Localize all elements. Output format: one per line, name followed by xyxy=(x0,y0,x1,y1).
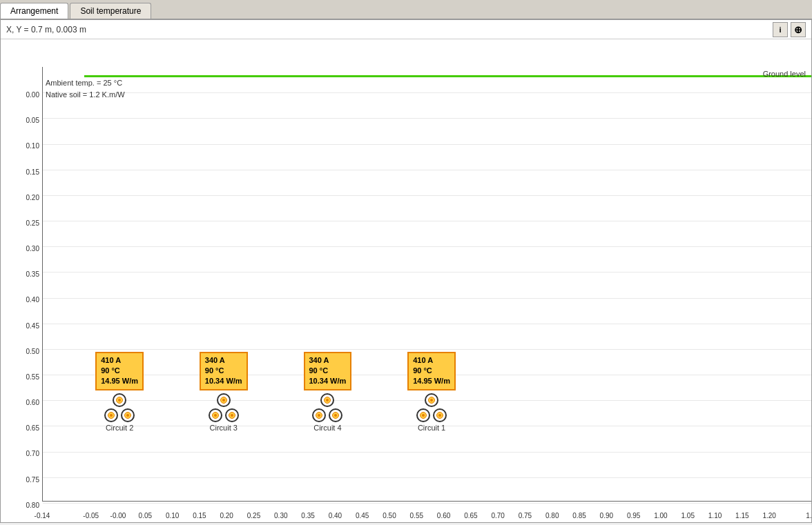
y-tick-label: 0.40 xyxy=(26,296,39,304)
y-tick-label: 0.25 xyxy=(26,219,39,226)
y-tick-label: 0.15 xyxy=(26,168,39,175)
native-soil-label: Native soil = 1.2 K.m/W xyxy=(46,89,125,101)
x-tick-label: -0.14 xyxy=(35,512,50,519)
ground-line xyxy=(84,75,811,77)
circuit-group: 410 A90 °C14.95 W/mCircuit 2 xyxy=(95,352,144,432)
y-axis: 0.000.050.100.150.200.250.300.350.400.45… xyxy=(1,67,42,502)
circuit-group: 340 A90 °C10.34 W/mCircuit 3 xyxy=(200,352,248,432)
y-tick-label: 0.00 xyxy=(26,91,39,99)
x-tick-label: 0.15 xyxy=(193,512,206,519)
x-tick-label: 0.55 xyxy=(410,512,423,519)
y-tick-label: 0.75 xyxy=(26,475,39,483)
y-tick-label: 0.55 xyxy=(26,373,39,380)
x-tick-label: 0.80 xyxy=(545,512,559,519)
y-tick-label: 0.80 xyxy=(26,501,39,508)
x-tick-label: -0.05 xyxy=(83,512,99,519)
ambient-temp-label: Ambient temp. = 25 °C xyxy=(46,77,125,89)
main-container: X, Y = 0.7 m, 0.003 m i ⊕ 0.000.050.100.… xyxy=(0,19,812,523)
y-tick-label: 0.20 xyxy=(26,193,39,201)
x-tick-label: 0.45 xyxy=(356,512,369,519)
x-tick-label: 1.00 xyxy=(654,512,667,519)
x-tick-label: 1.10 xyxy=(708,512,722,519)
circuits-container: 410 A90 °C14.95 W/mCircuit 2340 A90 °C10… xyxy=(42,67,811,502)
cable-symbol xyxy=(416,393,447,422)
x-tick-label: 0.85 xyxy=(572,512,586,519)
tab-arrangement[interactable]: Arrangement xyxy=(0,3,68,19)
cable-symbol xyxy=(209,393,239,422)
x-tick-label: 1.28 xyxy=(806,512,811,519)
y-tick-label: 0.70 xyxy=(26,450,39,457)
zoom-button[interactable]: ⊕ xyxy=(791,22,806,37)
y-tick-label: 0.65 xyxy=(26,424,39,432)
x-tick-label: 0.65 xyxy=(464,512,477,519)
x-tick-label: 1.15 xyxy=(735,512,748,519)
y-tick-label: 0.35 xyxy=(26,270,39,278)
x-tick-label: 0.35 xyxy=(301,512,314,519)
x-tick-label: -0.00 xyxy=(110,512,126,519)
y-tick-label: 0.60 xyxy=(26,399,39,406)
x-tick-label: 1.20 xyxy=(762,512,775,519)
x-tick-label: 0.25 xyxy=(247,512,260,519)
info-button[interactable]: i xyxy=(773,22,788,37)
cable-symbol xyxy=(312,393,342,422)
y-tick-label: 0.45 xyxy=(26,321,39,329)
x-tick-label: 1.05 xyxy=(682,512,695,519)
y-tick-label: 0.30 xyxy=(26,245,39,252)
circuit-label: Circuit 4 xyxy=(313,424,341,432)
x-tick-label: 0.10 xyxy=(166,512,179,519)
x-tick-label: 0.95 xyxy=(627,512,640,519)
tab-soil-temperature[interactable]: Soil temperature xyxy=(70,3,151,19)
x-axis: -0.14-0.05-0.000.050.100.150.200.250.300… xyxy=(42,502,811,522)
circuit-label: Circuit 2 xyxy=(106,424,133,432)
x-tick-label: 0.20 xyxy=(220,512,233,519)
circuit-info-box[interactable]: 410 A90 °C14.95 W/m xyxy=(407,352,456,390)
x-tick-label: 0.75 xyxy=(519,512,532,519)
info-block: Ambient temp. = 25 °C Native soil = 1.2 … xyxy=(46,77,125,100)
circuit-label: Circuit 3 xyxy=(210,424,238,432)
y-tick-label: 0.50 xyxy=(26,347,39,355)
cable-symbol xyxy=(104,393,135,422)
x-tick-label: 0.50 xyxy=(383,512,396,519)
toolbar-icons: i ⊕ xyxy=(773,22,806,37)
ground-level-label: Ground level xyxy=(763,70,806,78)
circuit-info-box[interactable]: 410 A90 °C14.95 W/m xyxy=(95,352,144,390)
x-tick-label: 0.90 xyxy=(600,512,613,519)
circuit-label: Circuit 1 xyxy=(418,424,445,432)
x-tick-label: 0.40 xyxy=(329,512,342,519)
tab-bar: Arrangement Soil temperature xyxy=(0,0,812,19)
circuit-info-box[interactable]: 340 A90 °C10.34 W/m xyxy=(304,352,352,390)
toolbar: X, Y = 0.7 m, 0.003 m i ⊕ xyxy=(1,20,811,39)
x-tick-label: 0.05 xyxy=(139,512,152,519)
chart-area: 0.000.050.100.150.200.250.300.350.400.45… xyxy=(1,39,811,522)
y-tick-label: 0.05 xyxy=(26,117,39,124)
circuit-group: 410 A90 °C14.95 W/mCircuit 1 xyxy=(407,352,456,432)
coord-label: X, Y = 0.7 m, 0.003 m xyxy=(6,25,86,34)
circuit-group: 340 A90 °C10.34 W/mCircuit 4 xyxy=(304,352,352,432)
x-tick-label: 0.60 xyxy=(437,512,450,519)
y-tick-label: 0.10 xyxy=(26,142,39,150)
circuit-info-box[interactable]: 340 A90 °C10.34 W/m xyxy=(200,352,248,390)
x-tick-label: 0.30 xyxy=(274,512,287,519)
x-tick-label: 0.70 xyxy=(491,512,504,519)
